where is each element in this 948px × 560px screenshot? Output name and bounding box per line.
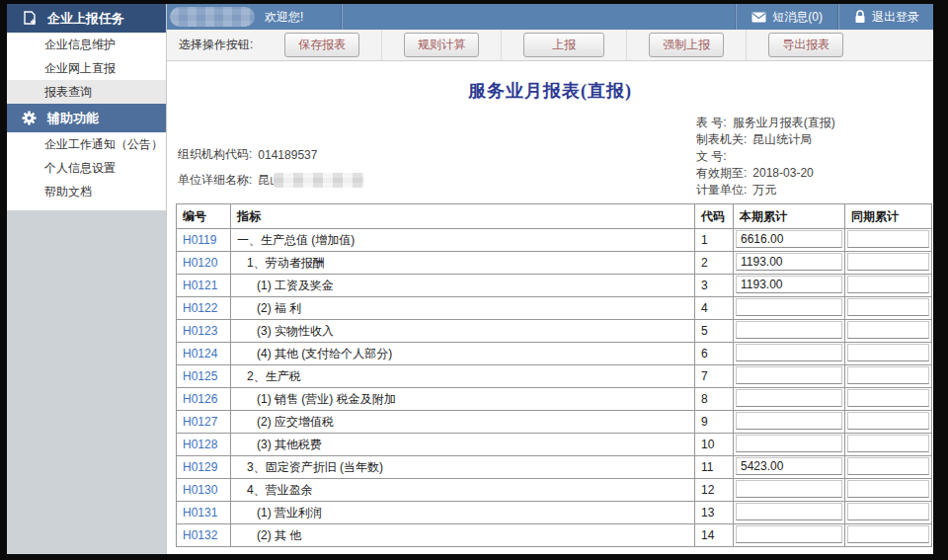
row-code: 7 (695, 365, 734, 388)
same-period-cumulative-input[interactable] (847, 457, 929, 475)
current-cumulative-input[interactable] (736, 525, 842, 543)
table-row: H01304、营业盈余12 (177, 479, 932, 502)
row-indicator: (4) 其他 (支付给个人部分) (231, 343, 695, 365)
sidebar-group-enterprise-report[interactable]: 企业上报任务 (7, 4, 166, 33)
toolbar-divider (746, 30, 747, 60)
same-period-cumulative-input[interactable] (847, 503, 929, 520)
report-title: 服务业月报表(直报) (167, 79, 933, 103)
same-period-cumulative-input[interactable] (847, 435, 929, 452)
report-meta-row: 制表机关:昆山统计局 (696, 131, 835, 148)
meta-label: 计量单位: (696, 183, 747, 197)
row-indicator: (2) 福 利 (231, 297, 695, 320)
current-cumulative-input[interactable] (736, 457, 842, 475)
row-id-link[interactable]: H0126 (177, 388, 231, 411)
header-code: 代码 (695, 204, 734, 229)
row-id-link[interactable]: H0125 (177, 365, 231, 388)
row-id-link[interactable]: H0120 (177, 252, 231, 275)
same-period-cumulative-input[interactable] (847, 412, 929, 430)
row-code: 3 (695, 275, 734, 297)
current-cumulative-input[interactable] (736, 503, 842, 520)
logout-label: 退出登录 (872, 9, 919, 26)
current-cumulative-cell (734, 434, 845, 456)
document-add-icon (21, 10, 38, 27)
toolbar-divider (381, 30, 382, 60)
row-indicator: 4、营业盈余 (231, 479, 695, 502)
table-row: H0126(1) 销售 (营业) 税金及附加8 (177, 388, 932, 411)
row-id-link[interactable]: H0127 (177, 411, 231, 434)
row-id-link[interactable]: H0119 (177, 229, 231, 252)
same-period-cumulative-input[interactable] (847, 389, 929, 407)
row-id-link[interactable]: H0124 (177, 343, 231, 365)
main-area: 欢迎您! 短消息(0) 退出登录 选择操作按钮: 保存报表 (167, 4, 933, 554)
current-cumulative-cell (734, 275, 845, 297)
same-period-cumulative-input[interactable] (847, 276, 929, 293)
row-id-link[interactable]: H0132 (177, 524, 231, 547)
same-period-cumulative-cell (845, 320, 932, 343)
row-id-link[interactable]: H0123 (177, 320, 231, 343)
current-cumulative-input[interactable] (736, 435, 842, 452)
export-report-button[interactable]: 导出报表 (768, 33, 843, 57)
row-indicator: (1) 销售 (营业) 税金及附加 (231, 388, 695, 411)
save-report-button[interactable]: 保存报表 (284, 33, 359, 57)
logout-button[interactable]: 退出登录 (840, 4, 933, 30)
row-id-link[interactable]: H0131 (177, 502, 231, 524)
messages-button[interactable]: 短消息(0) (738, 4, 836, 30)
current-cumulative-input[interactable] (736, 298, 842, 316)
username-redacted (170, 7, 255, 27)
current-cumulative-cell (734, 229, 845, 252)
row-code: 9 (695, 411, 734, 434)
sidebar-item-work-notice[interactable]: 企业工作通知（公告） (7, 132, 166, 156)
same-period-cumulative-input[interactable] (847, 480, 929, 498)
report-meta-left: 组织机构代码: 014189537 单位详细名称: 昆山 (178, 146, 364, 198)
same-period-cumulative-cell (845, 502, 932, 524)
meta-label: 表 号: (696, 116, 727, 129)
current-cumulative-input[interactable] (736, 276, 842, 293)
sidebar-item-help-docs[interactable]: 帮助文档 (7, 180, 166, 203)
current-cumulative-input[interactable] (736, 480, 842, 498)
same-period-cumulative-cell (845, 365, 932, 388)
row-id-link[interactable]: H0122 (177, 297, 231, 320)
toolbar-divider (626, 30, 627, 60)
current-cumulative-input[interactable] (736, 253, 842, 271)
sidebar-group-aux-functions[interactable]: 辅助功能 (7, 104, 166, 132)
sidebar-item-report-query[interactable]: 报表查询 (7, 80, 166, 104)
row-id-link[interactable]: H0129 (177, 456, 231, 479)
sidebar-item-online-report[interactable]: 企业网上直报 (7, 56, 166, 80)
same-period-cumulative-input[interactable] (847, 230, 929, 248)
meta-value: 万元 (752, 183, 776, 197)
welcome-text: 欢迎您! (265, 9, 303, 26)
report-meta-row: 文 号: (696, 148, 835, 165)
sidebar-item-personal-settings[interactable]: 个人信息设置 (7, 156, 166, 180)
same-period-cumulative-cell (845, 479, 932, 502)
current-cumulative-input[interactable] (736, 321, 842, 339)
same-period-cumulative-input[interactable] (847, 344, 929, 361)
row-indicator: 一、生产总值 (增加值) (231, 229, 695, 252)
row-id-link[interactable]: H0121 (177, 275, 231, 297)
row-indicator: 2、生产税 (231, 365, 695, 388)
topbar: 欢迎您! 短消息(0) 退出登录 (167, 4, 933, 30)
rule-calc-button[interactable]: 规则计算 (404, 33, 479, 57)
table-row: H0123(3) 实物性收入5 (177, 320, 932, 343)
same-period-cumulative-input[interactable] (847, 525, 929, 543)
current-cumulative-input[interactable] (736, 366, 842, 384)
same-period-cumulative-input[interactable] (847, 366, 929, 384)
row-code: 13 (695, 502, 734, 524)
same-period-cumulative-cell (845, 275, 932, 297)
row-id-link[interactable]: H0128 (177, 434, 231, 456)
current-cumulative-input[interactable] (736, 230, 842, 248)
same-period-cumulative-input[interactable] (847, 253, 929, 271)
force-submit-button[interactable]: 强制上报 (649, 33, 724, 57)
current-cumulative-input[interactable] (736, 389, 842, 407)
row-id-link[interactable]: H0130 (177, 479, 231, 502)
current-cumulative-input[interactable] (736, 412, 842, 430)
same-period-cumulative-input[interactable] (847, 321, 929, 339)
current-cumulative-input[interactable] (736, 344, 842, 361)
report-content: 服务业月报表(直报) 组织机构代码: 014189537 单位详细名称: 昆山 … (167, 61, 933, 554)
submit-button[interactable]: 上报 (523, 33, 604, 57)
sidebar-item-enterprise-info[interactable]: 企业信息维护 (7, 33, 166, 56)
sidebar-gap (7, 203, 166, 210)
row-code: 12 (695, 479, 734, 502)
table-row: H01252、生产税7 (177, 365, 932, 388)
row-code: 11 (695, 456, 734, 479)
same-period-cumulative-input[interactable] (847, 298, 929, 316)
